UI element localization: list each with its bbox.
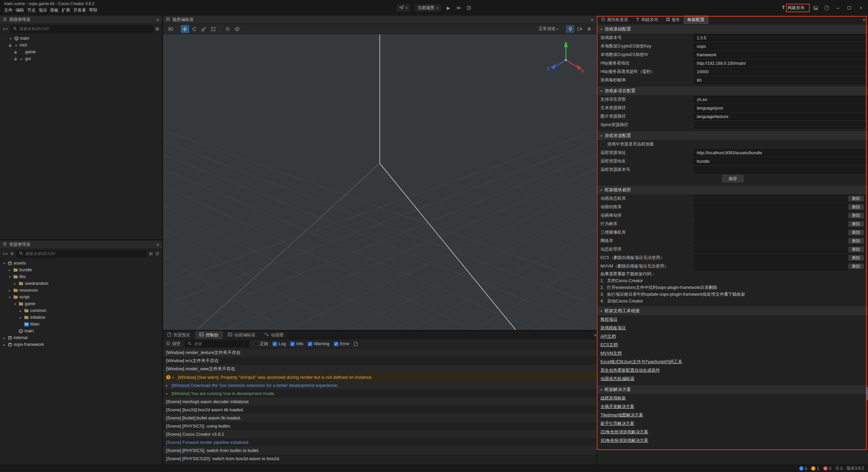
image-icon[interactable] <box>812 4 819 12</box>
delete-button[interactable]: 删除 <box>848 221 864 227</box>
expand-arrow-icon[interactable]: ▾ <box>13 302 17 306</box>
expand-arrow-icon[interactable]: ▾ <box>2 261 6 265</box>
delete-button[interactable]: 删除 <box>848 213 864 218</box>
tree-row[interactable]: ▾script <box>0 294 162 300</box>
doc-link[interactable]: 3D角色扮演游戏解决方案 <box>600 438 648 444</box>
tree-row[interactable]: ▾assets <box>0 260 162 267</box>
doc-link[interactable]: 教程项目 <box>600 317 617 322</box>
field-input[interactable] <box>694 51 865 58</box>
add-node-button[interactable]: +▾ <box>3 26 8 32</box>
tree-row[interactable]: ▸resources <box>0 287 162 294</box>
expand-arrow-icon[interactable]: ▾ <box>7 275 12 279</box>
layout-icon[interactable] <box>466 4 472 12</box>
log-row[interactable]: [Scene] [box2d]:box2d wasm lib loaded. <box>163 406 596 414</box>
camera-preview-button[interactable] <box>575 25 584 33</box>
section-header[interactable]: ▾游戏资源配置 <box>597 131 868 140</box>
checkbox-icon[interactable] <box>254 342 258 346</box>
tree-row[interactable]: ▸gui <box>0 55 162 62</box>
section-header[interactable]: ▾游戏基础配置 <box>597 25 868 34</box>
menu-item[interactable]: 帮助 <box>89 7 101 14</box>
tree-row[interactable]: TSMain <box>0 321 162 328</box>
expand-arrow-icon[interactable]: ▸ <box>173 375 176 379</box>
checkbox-icon[interactable] <box>334 342 338 346</box>
log-row[interactable]: ▸[Window] You are running Vue in develop… <box>163 389 596 397</box>
menu-item[interactable]: 节点 <box>27 7 39 14</box>
menu-item[interactable]: 项目 <box>39 7 50 14</box>
checkbox-icon[interactable] <box>273 342 277 346</box>
info-count-badge[interactable]: i 3 <box>799 466 807 471</box>
play-button[interactable]: ▶ <box>445 4 452 12</box>
checkbox-icon[interactable] <box>290 342 295 346</box>
field-input[interactable] <box>694 43 865 50</box>
expand-arrow-icon[interactable]: ▸ <box>2 343 6 347</box>
expand-arrow-icon[interactable]: ▾ <box>7 295 12 299</box>
delete-button[interactable]: 删除 <box>848 238 864 244</box>
field-input[interactable] <box>694 96 865 103</box>
checkbox-icon[interactable] <box>600 142 605 146</box>
delete-button[interactable]: 删除 <box>848 247 864 252</box>
delete-button[interactable]: 删除 <box>848 263 864 269</box>
axis-gizmo[interactable]: Y X Z <box>546 39 586 81</box>
log-row[interactable]: ▸[Window] Download the Vue Devtools exte… <box>163 381 596 389</box>
console-tab-4[interactable]: 动画图 <box>260 331 289 339</box>
step-button[interactable] <box>455 4 462 12</box>
log-row[interactable]: [Scene] meshopt wasm decoder initialized <box>163 397 596 406</box>
section-header[interactable]: ▾游戏多语言配置 <box>597 86 868 95</box>
console-tab-3[interactable]: 动画编辑器 <box>223 331 260 339</box>
move-tool-button[interactable] <box>181 25 189 33</box>
menu-item[interactable]: 文件 <box>4 7 16 14</box>
close-button[interactable]: × <box>858 5 864 11</box>
doc-link[interactable]: 新手引导解决方案 <box>600 421 634 427</box>
tree-row[interactable]: ▸internal <box>0 334 162 341</box>
menu-item[interactable]: 面板 <box>50 7 62 14</box>
delete-button[interactable]: 删除 <box>848 230 864 235</box>
filter-checkbox-error[interactable]: Error <box>334 341 350 346</box>
doc-link[interactable]: 2D角色扮演游戏解决方案 <box>600 429 648 435</box>
log-row[interactable]: [Scene] [PHYSICS]: switch from builtin t… <box>163 446 596 454</box>
minimize-button[interactable]: ─ <box>835 5 841 11</box>
field-input[interactable] <box>694 158 865 165</box>
delete-button[interactable]: 删除 <box>848 255 864 261</box>
filter-checkbox-info[interactable]: Info <box>290 341 303 346</box>
scene-viewport[interactable]: Y X Z <box>163 34 596 330</box>
section-header[interactable]: ▾框架解决方案 <box>597 385 868 394</box>
panel-menu-icon[interactable]: ≡ <box>594 333 596 338</box>
filter-checkbox-log[interactable]: Log <box>273 341 286 346</box>
scrollbar-thumb[interactable] <box>866 387 868 400</box>
hierarchy-searchbox[interactable] <box>10 25 153 33</box>
inspector-tab-2[interactable]: 构建发布 <box>632 16 662 24</box>
expand-arrow-icon[interactable]: ▸ <box>2 336 6 340</box>
console-search-input[interactable] <box>194 341 246 346</box>
tree-row[interactable]: ▸common <box>0 307 162 314</box>
log-row[interactable]: [Scene] Forward render pipeline initiali… <box>163 438 596 446</box>
doc-link[interactable]: 全栈开发解决方案 <box>600 404 634 410</box>
doc-link[interactable]: ECS文档 <box>600 342 618 348</box>
log-row[interactable]: [Window] ecs文件夹不存在 <box>163 357 596 365</box>
field-input[interactable] <box>694 121 865 129</box>
expand-arrow-icon[interactable]: ▸ <box>7 289 12 292</box>
inspector-tab-3[interactable]: 服务 <box>662 16 684 24</box>
tree-row[interactable]: ▾main <box>0 35 162 42</box>
tree-row[interactable]: ▾libs <box>0 273 162 280</box>
field-input[interactable] <box>694 149 865 156</box>
console-searchbox[interactable] <box>185 340 249 347</box>
add-asset-button[interactable]: +▾ <box>3 251 8 256</box>
expand-arrow-icon[interactable]: ▸ <box>166 392 170 395</box>
field-input[interactable] <box>694 68 865 75</box>
expand-arrow-icon[interactable]: ▾ <box>14 43 18 47</box>
mode-3d-button[interactable]: 3D <box>166 25 175 33</box>
delete-button[interactable]: 删除 <box>848 204 864 210</box>
field-input[interactable] <box>694 104 865 112</box>
panel-menu-icon[interactable]: ≡ <box>156 17 159 22</box>
menu-item[interactable]: 编辑 <box>16 7 27 14</box>
tree-row[interactable]: ▸oops-framework <box>0 341 162 348</box>
console-tab-2[interactable]: 控制台 <box>195 331 223 339</box>
rect-tool-button[interactable] <box>209 25 218 33</box>
light-toggle-button[interactable] <box>566 25 574 33</box>
regex-checkbox[interactable]: 正则 <box>254 341 268 347</box>
expand-arrow-icon[interactable]: ▸ <box>7 268 12 272</box>
log-row[interactable]: [Scene] [bullet]:bullet wasm lib loaded. <box>163 414 596 422</box>
error-count-badge[interactable]: × 0 <box>823 466 831 471</box>
filter-icon[interactable] <box>149 252 153 256</box>
inspector-tab-1[interactable]: 属性检查器 <box>597 16 632 24</box>
